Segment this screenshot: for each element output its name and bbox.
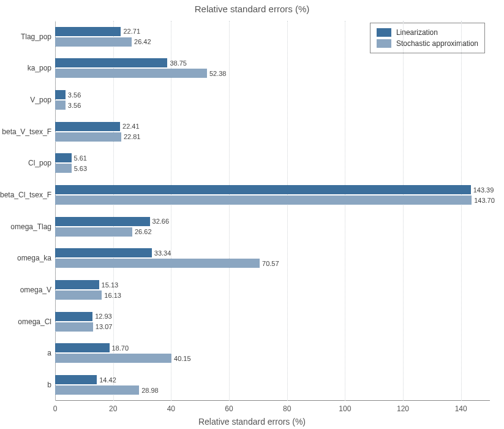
category-row: a18.7040.15	[55, 338, 490, 370]
bar-value-label: 26.62	[135, 228, 152, 235]
x-tick-label: 60	[225, 404, 233, 413]
category-label: b	[47, 381, 51, 389]
x-tick-label: 80	[283, 404, 291, 413]
x-tick-label: 40	[167, 404, 175, 413]
bar-value-label: 5.61	[74, 154, 87, 162]
bar-stochastic	[55, 385, 139, 395]
category-row: V_pop3.563.56	[55, 84, 490, 116]
bar-linearization	[55, 375, 97, 384]
plot-area: Linearization Stochastic approximation 0…	[55, 21, 490, 401]
bar-value-label: 32.66	[152, 218, 170, 225]
bar-linearization	[55, 90, 66, 99]
bar-linearization	[55, 122, 120, 131]
category-label: omega_ka	[17, 254, 51, 262]
category-label: ka_pop	[28, 64, 51, 72]
bar-linearization	[55, 217, 150, 226]
bar-stochastic	[55, 164, 72, 173]
bar-linearization	[55, 312, 92, 321]
category-label: Cl_pop	[28, 159, 51, 167]
bar-value-label: 143.70	[474, 197, 495, 204]
category-row: Tlag_pop22.7126.42	[55, 21, 490, 53]
bar-stochastic	[55, 132, 121, 142]
bar-value-label: 22.81	[124, 133, 141, 140]
bar-stochastic	[55, 259, 260, 268]
category-label: beta_Cl_tsex_F	[0, 191, 51, 199]
bar-value-label: 38.75	[170, 59, 187, 67]
bar-linearization	[55, 343, 110, 352]
category-row: b14.4228.98	[55, 369, 490, 401]
bar-stochastic	[55, 290, 102, 300]
bar-linearization	[55, 27, 121, 36]
bar-value-label: 70.57	[262, 260, 279, 267]
category-row: omega_Tlag32.6626.62	[55, 211, 490, 243]
category-row: omega_V15.1316.13	[55, 274, 490, 306]
bar-stochastic	[55, 69, 207, 78]
bar-value-label: 28.98	[141, 387, 159, 394]
bar-value-label: 33.34	[154, 249, 171, 257]
bar-stochastic	[55, 196, 472, 205]
bar-value-label: 5.63	[74, 165, 87, 172]
bar-stochastic	[55, 101, 66, 110]
category-label: beta_V_tsex_F	[2, 127, 51, 136]
bar-value-label: 18.70	[112, 344, 129, 352]
x-axis-title: Relative standard errors (%)	[0, 417, 504, 427]
x-tick-label: 20	[109, 404, 117, 413]
category-label: Tlag_pop	[21, 32, 51, 41]
bar-value-label: 26.42	[134, 38, 151, 45]
bar-stochastic	[55, 37, 132, 47]
rse-bar-chart: Relative standard errors (%) Linearizati…	[0, 0, 504, 429]
bar-value-label: 3.56	[68, 91, 81, 99]
bar-value-label: 3.56	[68, 102, 81, 109]
category-row: Cl_pop5.615.63	[55, 148, 490, 180]
x-tick-label: 140	[455, 404, 467, 413]
bar-stochastic	[55, 227, 132, 237]
category-label: omega_V	[20, 286, 51, 294]
category-label: omega_Cl	[18, 317, 51, 326]
category-label: omega_Tlag	[10, 222, 51, 231]
bar-value-label: 13.07	[96, 323, 113, 330]
bar-stochastic	[55, 354, 171, 363]
bar-value-label: 143.39	[473, 186, 494, 194]
category-row: beta_V_tsex_F22.4122.81	[55, 116, 490, 148]
category-row: omega_ka33.3470.57	[55, 243, 490, 275]
x-tick-label: 100	[339, 404, 351, 413]
bar-value-label: 22.71	[123, 28, 140, 35]
bar-value-label: 22.41	[122, 123, 140, 130]
bar-linearization	[55, 153, 72, 162]
bar-value-label: 12.93	[95, 313, 112, 320]
bar-value-label: 52.38	[209, 70, 227, 77]
bar-linearization	[55, 280, 99, 289]
chart-title: Relative standard errors (%)	[0, 4, 504, 14]
bar-value-label: 16.13	[104, 292, 121, 299]
bar-value-label: 15.13	[102, 281, 119, 289]
bar-linearization	[55, 185, 471, 194]
x-tick-label: 120	[397, 404, 409, 413]
category-row: omega_Cl12.9313.07	[55, 306, 490, 338]
category-row: ka_pop38.7552.38	[55, 53, 490, 85]
category-label: a	[47, 349, 51, 357]
category-label: V_pop	[30, 96, 51, 104]
bar-stochastic	[55, 322, 93, 332]
bar-linearization	[55, 248, 152, 257]
bar-value-label: 14.42	[99, 376, 116, 384]
category-row: beta_Cl_tsex_F143.39143.70	[55, 179, 490, 211]
bar-value-label: 40.15	[174, 355, 191, 362]
x-tick-label: 0	[53, 404, 58, 413]
bar-linearization	[55, 58, 167, 67]
